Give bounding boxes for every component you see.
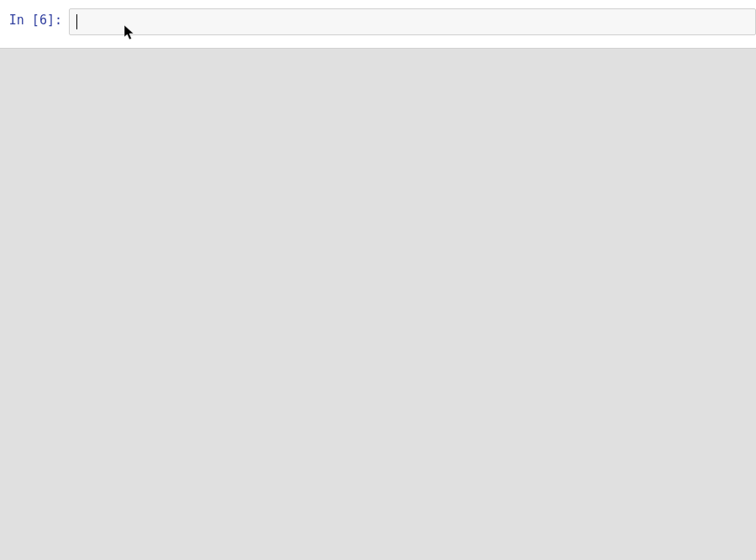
notebook-cell-container: In [6]:	[0, 0, 756, 49]
text-cursor	[76, 14, 77, 29]
input-prompt-label: In [6]:	[0, 4, 69, 28]
code-input[interactable]	[69, 8, 756, 35]
input-wrapper	[69, 4, 756, 35]
code-cell: In [6]:	[0, 4, 756, 35]
empty-background	[0, 49, 756, 558]
